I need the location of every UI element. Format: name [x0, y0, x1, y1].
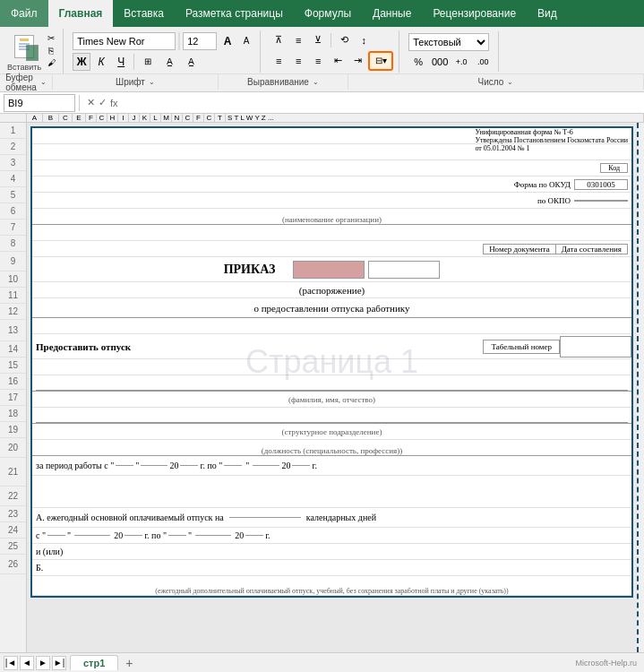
col-header-N: C: [183, 114, 193, 122]
insert-function-icon[interactable]: fx: [110, 98, 118, 108]
tab-file[interactable]: Файл: [0, 0, 48, 27]
align-row2: ≡ ≡ ≡ ⇤ ⇥ ⊟▾: [270, 51, 393, 71]
org-name-hint: (наименование организации): [282, 215, 382, 224]
increase-indent-button[interactable]: ⇥: [348, 53, 366, 69]
copy-button[interactable]: ⎘: [43, 45, 59, 56]
from-year-input[interactable]: [125, 535, 142, 536]
percent-button[interactable]: %: [408, 54, 428, 70]
header-line3: от 05.01.2004 № 1: [475, 144, 628, 152]
confirm-icon[interactable]: ✓: [99, 97, 107, 108]
italic-button[interactable]: К: [92, 53, 110, 71]
to-year-input[interactable]: [245, 535, 263, 536]
row-num-2: 2: [0, 139, 26, 155]
decrease-font-button[interactable]: A: [238, 33, 254, 49]
underline-button[interactable]: Ч: [112, 53, 130, 71]
row-num-22: 22: [0, 487, 26, 506]
col-header-rest: S T L W Y Z ...: [226, 114, 644, 122]
font-expand-icon[interactable]: ⌄: [149, 78, 155, 86]
fill-color-button[interactable]: A̲: [159, 53, 179, 71]
doc-row-23: с " " 20 г. по " " 20 г.: [32, 528, 631, 544]
tab-insert[interactable]: Вставка: [113, 0, 175, 27]
ribbon-labels: Буфер обмена ⌄ Шрифт ⌄ Выравнивание ⌄ Чи…: [0, 73, 644, 90]
tab-number-label: Табельный номер: [483, 340, 560, 354]
font-name-box[interactable]: Times New Ror: [73, 32, 176, 50]
increase-decimal-button[interactable]: +.0: [451, 54, 471, 70]
period-month2[interactable]: [253, 465, 279, 466]
sheet-content[interactable]: Страница 1 Код Форма по ОКУД 0301005: [27, 123, 637, 652]
forma-label: Форма по ОКУД: [514, 180, 571, 189]
increase-font-button[interactable]: A: [219, 33, 236, 49]
tab-page-layout[interactable]: Разметка страницы: [175, 0, 294, 27]
period-month1[interactable]: [141, 465, 167, 466]
tab-home[interactable]: Главная: [48, 0, 114, 27]
align-middle-button[interactable]: ≡: [289, 32, 307, 48]
doc-row-15: [32, 375, 631, 392]
prev-sheet-button[interactable]: ◄: [20, 656, 34, 670]
doc-date-input[interactable]: [368, 261, 440, 279]
cancel-icon[interactable]: ✕: [87, 97, 95, 108]
bold-button[interactable]: Ж: [73, 53, 90, 71]
to-month[interactable]: [195, 535, 231, 536]
position-hint: (должность (специальность, профессия)): [262, 446, 402, 455]
from-day[interactable]: [47, 535, 65, 536]
font-color-button[interactable]: A̲: [181, 53, 201, 71]
align-top-button[interactable]: ⊼: [270, 32, 288, 48]
doc-row-13: Предоставить отпуск Табельный номер: [32, 334, 631, 359]
merge-cells-button[interactable]: ⊟▾: [368, 51, 393, 71]
comma-button[interactable]: 000: [430, 54, 450, 70]
sheet-tab-1[interactable]: стр1: [70, 655, 118, 670]
fio-line[interactable]: [36, 390, 628, 391]
app-window: Файл Главная Вставка Разметка страницы Ф…: [0, 0, 644, 672]
period-day1[interactable]: [116, 465, 133, 466]
cut-button[interactable]: ✂: [43, 32, 59, 43]
col-header-Q: T: [215, 114, 226, 122]
tab-formulas[interactable]: Формулы: [294, 0, 362, 27]
okpo-label: по ОКПО: [537, 196, 571, 205]
align-right-button[interactable]: ≡: [309, 53, 327, 69]
col-header-H: I: [118, 114, 129, 122]
row-num-25: 25: [0, 538, 26, 555]
formula-input[interactable]: [122, 97, 640, 109]
to-day[interactable]: [168, 535, 186, 536]
add-sheet-button[interactable]: +: [120, 654, 138, 672]
row-num-14: 14: [0, 341, 26, 358]
last-sheet-button[interactable]: ►|: [52, 656, 66, 670]
paste-button[interactable]: Вставить: [7, 30, 41, 72]
next-sheet-button[interactable]: ►: [36, 656, 50, 670]
tab-review[interactable]: Рецензирование: [422, 0, 527, 27]
number-format-select[interactable]: Текстовый: [408, 33, 489, 51]
annual-days-input[interactable]: [229, 517, 301, 518]
alignment-expand-icon[interactable]: ⌄: [313, 78, 319, 86]
dept-line[interactable]: [36, 422, 628, 423]
tab-number-input[interactable]: [560, 336, 631, 358]
first-sheet-button[interactable]: |◄: [4, 656, 18, 670]
period-year2-input[interactable]: [292, 465, 310, 466]
align-center-button[interactable]: ≡: [289, 53, 307, 69]
wrap-text-button[interactable]: ⟲: [335, 32, 353, 48]
from-month[interactable]: [74, 535, 110, 536]
grid-main: 1 2 3 4 5 6 7 8 9 10 11 12 13 14 15 16 1…: [0, 123, 644, 652]
border-button[interactable]: ⊞: [138, 53, 158, 71]
tab-view[interactable]: Вид: [527, 0, 568, 27]
okpo-value: [574, 200, 628, 202]
decrease-indent-button[interactable]: ⇤: [329, 53, 347, 69]
doc-number-input[interactable]: [293, 261, 365, 279]
name-box[interactable]: BI9: [4, 94, 75, 112]
format-painter-button[interactable]: 🖌: [43, 57, 59, 68]
period-year1-input[interactable]: [180, 465, 198, 466]
text-direction-button[interactable]: ↕: [355, 32, 373, 48]
decrease-decimal-button[interactable]: .00: [473, 54, 493, 70]
doc-row-14: [32, 359, 631, 375]
row-num-24: 24: [0, 522, 26, 538]
align-bottom-button[interactable]: ⊻: [309, 32, 327, 48]
period-day2[interactable]: [224, 465, 242, 466]
col-header-K: L: [150, 114, 161, 122]
number-expand-icon[interactable]: ⌄: [507, 78, 513, 86]
doc-row-20: за период работы с " " 20 г. по " " 20 г…: [32, 456, 631, 476]
row-num-6: 6: [0, 203, 26, 220]
tab-data[interactable]: Данные: [362, 0, 422, 27]
align-left-button[interactable]: ≡: [270, 53, 288, 69]
font-size-box[interactable]: 12: [183, 32, 217, 50]
clipboard-expand-icon[interactable]: ⌄: [40, 78, 47, 86]
fio-hint: (фамилия, имя, отчество): [288, 395, 375, 404]
